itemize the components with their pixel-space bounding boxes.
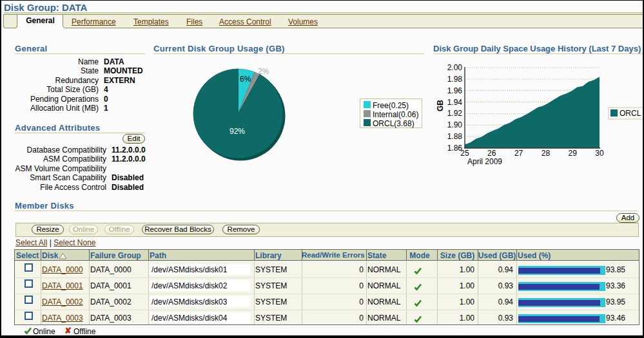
svg-text:29: 29 bbox=[569, 149, 578, 158]
svg-text:1.98: 1.98 bbox=[447, 75, 463, 84]
svg-text:1.88: 1.88 bbox=[447, 132, 463, 141]
svg-text:27: 27 bbox=[514, 149, 523, 158]
svg-text:1.96: 1.96 bbox=[447, 86, 463, 95]
svg-text:25: 25 bbox=[460, 149, 469, 158]
svg-text:1.90: 1.90 bbox=[447, 120, 463, 129]
svg-text:26: 26 bbox=[487, 149, 496, 158]
svg-text:2%: 2% bbox=[258, 67, 269, 76]
svg-text:2.00: 2.00 bbox=[447, 63, 463, 72]
svg-text:28: 28 bbox=[542, 149, 551, 158]
svg-text:30: 30 bbox=[595, 149, 604, 158]
svg-text:6%: 6% bbox=[240, 75, 251, 84]
svg-text:ORCL: ORCL bbox=[620, 109, 641, 118]
svg-text:April 2009: April 2009 bbox=[467, 157, 502, 166]
svg-text:92%: 92% bbox=[229, 127, 245, 136]
svg-text:GB: GB bbox=[436, 100, 445, 111]
svg-text:1.94: 1.94 bbox=[447, 98, 463, 107]
svg-text:1.92: 1.92 bbox=[447, 109, 463, 118]
